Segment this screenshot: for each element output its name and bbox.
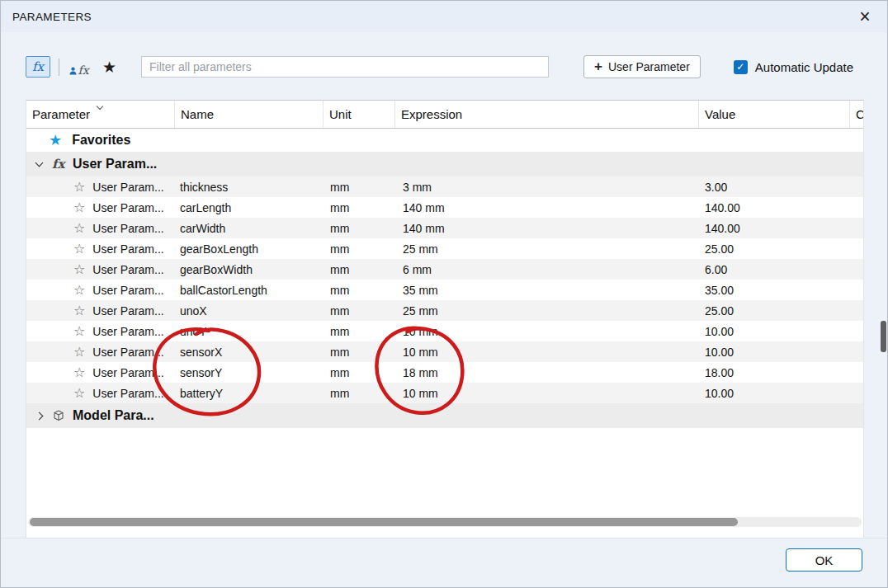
add-user-parameter-button[interactable]: + User Parameter <box>583 55 701 78</box>
column-header-comment[interactable]: Co <box>850 101 863 128</box>
model-parameters-group-row[interactable]: Model Para... <box>26 403 863 428</box>
name-cell[interactable]: thickness <box>175 181 324 194</box>
table-row[interactable]: ☆User Param...unoXmm25 mm25.00 <box>26 300 863 321</box>
table-row[interactable]: ☆User Param...carWidthmm140 mm140.00 <box>26 218 863 238</box>
table-header: Parameter Name Unit Expression Value Co <box>26 101 863 129</box>
parameter-type-label: User Param... <box>92 387 163 400</box>
favorite-star-icon[interactable]: ☆ <box>73 222 85 235</box>
favorite-star-icon[interactable]: ☆ <box>73 304 85 318</box>
favorite-star-icon[interactable]: ☆ <box>73 201 85 214</box>
expression-cell[interactable]: 3 mm <box>395 181 699 194</box>
name-cell[interactable]: gearBoxLength <box>175 242 324 256</box>
parameter-cell: ☆User Param... <box>26 263 175 276</box>
chevron-right-icon[interactable] <box>35 412 44 420</box>
value-cell: 10.00 <box>699 346 850 359</box>
favorite-star-icon[interactable]: ☆ <box>73 325 85 338</box>
parameter-type-label: User Param... <box>92 263 163 276</box>
expression-cell[interactable]: 10 mm <box>395 387 699 400</box>
value-cell: 6.00 <box>699 263 850 276</box>
unit-cell: mm <box>324 201 395 214</box>
fx-icon: fx <box>32 59 44 74</box>
horizontal-scrollbar-thumb[interactable] <box>30 518 738 526</box>
column-header-name[interactable]: Name <box>175 101 324 128</box>
close-icon[interactable]: × <box>854 6 876 27</box>
name-cell[interactable]: gearBoxWidth <box>175 263 324 276</box>
name-cell[interactable]: sensorX <box>175 346 324 359</box>
fx-icon: fx <box>78 64 88 77</box>
sort-chevron-icon <box>97 103 103 110</box>
name-cell[interactable]: ballCastorLength <box>175 284 324 297</box>
user-parameters-group-row[interactable]: fx User Param... <box>26 152 863 176</box>
favorite-star-icon[interactable]: ☆ <box>73 366 85 379</box>
unit-cell: mm <box>324 325 395 338</box>
name-cell[interactable]: unoX <box>175 304 324 318</box>
favorites-star-icon: ★ <box>49 133 62 148</box>
parameter-type-label: User Param... <box>92 304 163 318</box>
parameter-cell: ☆User Param... <box>26 201 175 214</box>
plus-icon: + <box>594 59 602 73</box>
value-cell: 140.00 <box>699 222 850 235</box>
parameter-type-label: User Param... <box>92 201 163 214</box>
column-header-parameter[interactable]: Parameter <box>26 101 175 128</box>
user-parameters-group-label: User Param... <box>73 157 157 172</box>
model-cube-icon <box>52 409 70 422</box>
expression-cell[interactable]: 10 mm <box>395 325 699 338</box>
table-row[interactable]: ☆User Param...gearBoxWidthmm6 mm6.00 <box>26 259 863 280</box>
value-cell: 10.00 <box>699 325 850 338</box>
expression-cell[interactable]: 10 mm <box>395 346 699 359</box>
column-header-expression[interactable]: Expression <box>395 101 699 128</box>
expression-cell[interactable]: 25 mm <box>395 242 699 256</box>
parameter-cell: ☆User Param... <box>26 181 175 194</box>
expression-cell[interactable]: 18 mm <box>395 366 699 379</box>
ok-button[interactable]: OK <box>786 548 862 572</box>
value-cell: 25.00 <box>699 304 850 318</box>
parameter-type-label: User Param... <box>92 366 163 379</box>
name-cell[interactable]: carWidth <box>175 222 324 235</box>
chevron-down-icon[interactable] <box>35 159 44 167</box>
favorite-star-icon[interactable]: ☆ <box>73 242 85 256</box>
filter-parameters-input[interactable] <box>141 56 549 78</box>
table-row[interactable]: ☆User Param...ballCastorLengthmm35 mm35.… <box>26 280 863 300</box>
parameter-cell: ☆User Param... <box>26 387 175 400</box>
horizontal-scrollbar[interactable] <box>28 517 862 527</box>
name-cell[interactable]: sensorY <box>175 366 324 379</box>
name-cell[interactable]: batteryY <box>175 387 324 400</box>
parameters-table: Parameter Name Unit Expression Value Co … <box>26 100 864 538</box>
favorite-star-icon[interactable]: ☆ <box>73 284 85 297</box>
value-cell: 140.00 <box>699 201 850 214</box>
favorite-star-icon[interactable]: ☆ <box>73 387 85 400</box>
favorites-group-row[interactable]: ★ Favorites <box>26 129 863 152</box>
vertical-scrollbar-thumb[interactable] <box>881 321 886 352</box>
table-row[interactable]: ☆User Param...carLengthmm140 mm140.00 <box>26 197 863 218</box>
fx-icon: fx <box>52 157 70 172</box>
table-row[interactable]: ☆User Param...gearBoxLengthmm25 mm25.00 <box>26 238 863 259</box>
value-cell: 3.00 <box>699 181 850 194</box>
table-body: ★ Favorites fx User Param... ☆User Param… <box>26 129 863 428</box>
model-parameters-group-label: Model Para... <box>73 408 154 423</box>
automatic-update-checkbox[interactable]: ✓ <box>734 60 748 74</box>
column-header-value[interactable]: Value <box>699 101 850 128</box>
expression-cell[interactable]: 140 mm <box>395 222 699 235</box>
expression-cell[interactable]: 25 mm <box>395 304 699 318</box>
fx-filter-button[interactable]: fx <box>26 56 50 78</box>
expression-cell[interactable]: 140 mm <box>395 201 699 214</box>
add-user-parameter-label: User Parameter <box>608 60 690 73</box>
table-row[interactable]: ☆User Param...batteryYmm10 mm10.00 <box>26 383 863 403</box>
table-row[interactable]: ☆User Param...thicknessmm3 mm3.00 <box>26 176 863 197</box>
name-cell[interactable]: carLength <box>175 201 324 214</box>
favorites-filter-icon[interactable]: ★ <box>102 59 116 75</box>
favorite-star-icon[interactable]: ☆ <box>73 263 85 276</box>
expression-cell[interactable]: 35 mm <box>395 284 699 297</box>
expression-cell[interactable]: 6 mm <box>395 263 699 276</box>
name-cell[interactable]: unoY <box>175 325 324 338</box>
table-row[interactable]: ☆User Param...sensorYmm18 mm18.00 <box>26 362 863 383</box>
favorite-star-icon[interactable]: ☆ <box>73 346 85 359</box>
table-row[interactable]: ☆User Param...unoYmm10 mm10.00 <box>26 321 863 341</box>
table-row[interactable]: ☆User Param...sensorXmm10 mm10.00 <box>26 341 863 362</box>
unit-cell: mm <box>324 242 395 256</box>
fx-user-parameter-filter-button[interactable]: fx <box>68 57 91 77</box>
column-header-unit[interactable]: Unit <box>324 101 395 128</box>
parameter-cell: ☆User Param... <box>26 366 175 379</box>
unit-cell: mm <box>324 366 395 379</box>
favorite-star-icon[interactable]: ☆ <box>73 181 85 194</box>
